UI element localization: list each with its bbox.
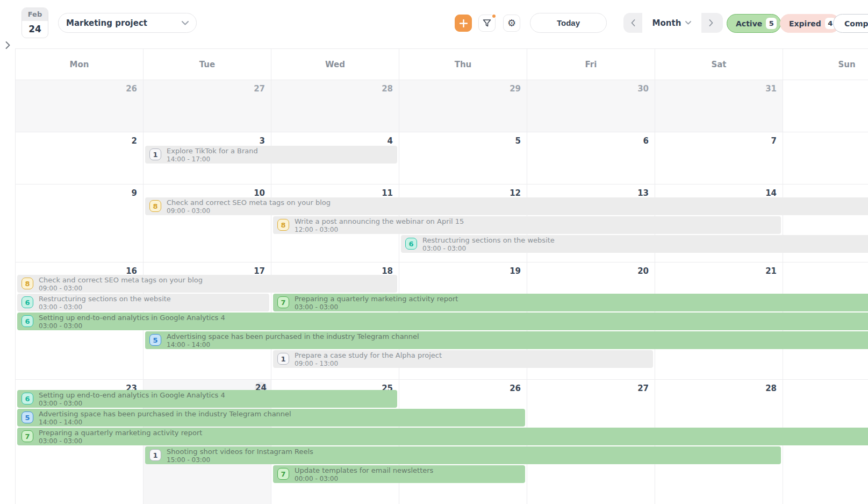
gear-icon: ⚙ — [507, 17, 516, 29]
event-bar[interactable]: 7Update templates for email newsletters0… — [273, 465, 525, 483]
event-text: Preparing a quarterly marketing activity… — [295, 295, 868, 311]
event-time: 03:00 - 03:00 — [39, 400, 394, 407]
event-bar[interactable]: 1Prepare a case study for the Alpha proj… — [273, 350, 653, 368]
event-title: Check and correct SEO meta tags on your … — [167, 198, 868, 207]
event-text: Setting up end-to-end analytics in Googl… — [39, 314, 868, 330]
event-time: 14:00 - 14:00 — [167, 341, 868, 349]
today-button-label: Today — [557, 18, 580, 27]
project-selector-label: Marketing project — [66, 18, 147, 28]
today-button[interactable]: Today — [530, 13, 607, 33]
event-count-badge: 8 — [277, 219, 289, 231]
event-title: Shooting short videos for Instagram Reel… — [167, 448, 778, 456]
event-text: Shooting short videos for Instagram Reel… — [167, 448, 778, 464]
day-number: 5 — [515, 136, 521, 146]
event-text: Restructuring sections on the website03:… — [39, 295, 266, 311]
day-header-sat: Sat — [655, 49, 783, 80]
event-count-badge: 5 — [21, 411, 33, 423]
filter-button[interactable] — [478, 15, 496, 32]
event-bar[interactable]: 8Check and correct SEO meta tags on your… — [145, 197, 868, 215]
toolbar: Feb 24 Marketing project ⚙ Today Month — [0, 0, 868, 48]
day-number: 27 — [254, 84, 265, 94]
project-selector[interactable]: Marketing project — [58, 13, 197, 33]
event-bar[interactable]: 8Check and correct SEO meta tags on your… — [17, 275, 397, 293]
day-cell[interactable]: 30 — [527, 80, 655, 132]
day-cell[interactable]: 29 — [399, 80, 527, 132]
event-bar[interactable]: 1Shooting short videos for Instagram Ree… — [145, 446, 781, 464]
event-time: 00:00 - 03:00 — [295, 475, 522, 482]
date-chip-month: Feb — [22, 8, 48, 21]
event-bar[interactable]: 6Restructuring sections on the website03… — [17, 294, 269, 311]
event-text: Update templates for email newsletters00… — [295, 466, 522, 482]
event-time: 15:00 - 03:00 — [167, 456, 778, 464]
day-number: 10 — [254, 188, 265, 198]
event-bar[interactable]: 6Setting up end-to-end analytics in Goog… — [17, 390, 397, 408]
day-cell[interactable]: 31 — [655, 80, 783, 132]
week-row: 2345671Explore TikTok for a Brand14:00 -… — [16, 132, 868, 184]
event-title: Restructuring sections on the website — [422, 236, 868, 245]
event-count-badge: 5 — [149, 334, 161, 346]
day-cell[interactable]: 9 — [16, 184, 144, 262]
chevron-left-icon — [631, 19, 635, 26]
settings-button[interactable]: ⚙ — [503, 15, 520, 32]
event-bar[interactable]: 7Preparing a quarterly marketing activit… — [17, 428, 868, 445]
day-cell[interactable]: 7 — [655, 132, 783, 184]
event-bar[interactable]: 7Preparing a quarterly marketing activit… — [273, 294, 868, 311]
week-row: 262728293031 — [16, 80, 868, 132]
event-count-badge: 6 — [21, 315, 33, 327]
event-title: Restructuring sections on the website — [39, 295, 266, 303]
event-text: Advertising space has been purchased in … — [39, 410, 522, 426]
day-number: 9 — [132, 188, 137, 198]
date-chip-day: 24 — [22, 21, 48, 38]
day-cell[interactable]: 5 — [399, 132, 527, 184]
day-cell[interactable] — [783, 80, 868, 132]
event-bar[interactable]: 1Explore TikTok for a Brand14:00 - 17:00 — [145, 146, 397, 164]
view-mode-label: Month — [652, 18, 682, 28]
day-number: 4 — [388, 136, 393, 146]
day-number: 31 — [765, 84, 777, 94]
event-bar[interactable]: 5Advertising space has been purchased in… — [145, 331, 868, 349]
event-time: 14:00 - 14:00 — [39, 418, 522, 426]
day-number: 26 — [510, 384, 521, 393]
day-cell[interactable]: 27 — [144, 80, 271, 132]
status-filter-active[interactable]: Active5 — [727, 14, 781, 33]
day-cell[interactable]: 10 — [144, 184, 271, 262]
next-period-button[interactable] — [701, 13, 720, 33]
chevron-right-icon — [709, 19, 713, 26]
day-cell[interactable]: 28 — [271, 80, 399, 132]
chevron-right-icon — [5, 41, 10, 49]
prev-period-button[interactable] — [623, 13, 642, 33]
calendar-weeks: 2627282930312345671Explore TikTok for a … — [16, 80, 868, 504]
event-bar[interactable]: 8Write a post announcing the webinar on … — [273, 216, 781, 234]
day-cell[interactable] — [783, 132, 868, 184]
event-bar[interactable]: 6Restructuring sections on the website03… — [401, 235, 868, 253]
view-switcher: Month — [623, 13, 723, 33]
day-header-fri: Fri — [527, 49, 655, 80]
calendar-month-grid: MonTueWedThuFriSatSun 262728293031234567… — [15, 48, 868, 504]
day-cell[interactable]: 2 — [16, 132, 144, 184]
event-count-badge: 8 — [149, 200, 161, 212]
day-number: 27 — [637, 384, 649, 393]
day-cell[interactable]: 6 — [527, 132, 655, 184]
day-number: 14 — [765, 188, 777, 198]
event-bar[interactable]: 5Advertising space has been purchased in… — [17, 409, 525, 427]
expand-sidebar-button[interactable] — [2, 40, 13, 51]
day-header-tue: Tue — [144, 49, 271, 80]
event-bar[interactable]: 6Setting up end-to-end analytics in Goog… — [17, 313, 868, 330]
event-count-badge: 7 — [277, 468, 289, 480]
event-time: 03:00 - 03:00 — [295, 303, 868, 311]
event-text: Restructuring sections on the website03:… — [422, 236, 868, 252]
day-number: 2 — [132, 136, 137, 146]
event-text: Preparing a quarterly marketing activity… — [39, 429, 868, 445]
day-header-mon: Mon — [16, 49, 144, 80]
filter-count: 5 — [766, 18, 777, 29]
status-filter-completed[interactable]: Compl — [833, 14, 868, 33]
day-header-sun: Sun — [783, 49, 868, 80]
add-event-button[interactable] — [455, 15, 472, 32]
event-title: Check and correct SEO meta tags on your … — [39, 276, 394, 285]
event-title: Explore TikTok for a Brand — [167, 147, 394, 155]
view-mode-selector[interactable]: Month — [642, 13, 701, 33]
event-count-badge: 8 — [21, 278, 33, 289]
day-cell[interactable]: 26 — [16, 80, 144, 132]
event-count-badge: 6 — [405, 238, 417, 250]
status-filter-expired[interactable]: Expired4 — [780, 14, 840, 33]
